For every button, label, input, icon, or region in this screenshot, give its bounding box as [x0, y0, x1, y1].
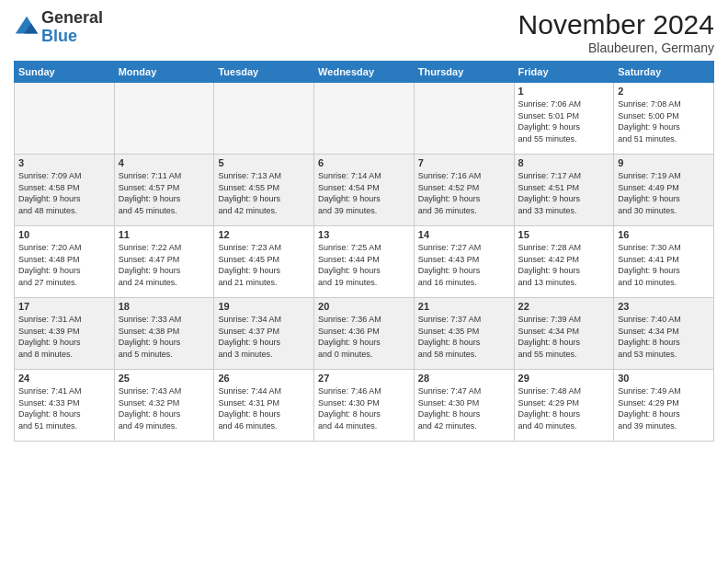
logo-icon [14, 15, 40, 40]
day-number: 3 [18, 157, 110, 168]
calendar-cell: 8Sunrise: 7:17 AM Sunset: 4:51 PM Daylig… [514, 155, 614, 226]
calendar-table: Sunday Monday Tuesday Wednesday Thursday… [14, 61, 714, 442]
logo-general: General [41, 9, 103, 28]
day-number: 14 [418, 229, 510, 240]
day-number: 27 [318, 373, 410, 384]
calendar-cell: 19Sunrise: 7:34 AM Sunset: 4:37 PM Dayli… [214, 298, 314, 370]
day-detail: Sunrise: 7:16 AM Sunset: 4:52 PM Dayligh… [418, 170, 510, 216]
calendar-cell: 1Sunrise: 7:06 AM Sunset: 5:01 PM Daylig… [514, 83, 614, 155]
calendar-cell: 29Sunrise: 7:48 AM Sunset: 4:29 PM Dayli… [514, 370, 614, 442]
calendar-cell: 10Sunrise: 7:20 AM Sunset: 4:48 PM Dayli… [15, 226, 115, 298]
main-container: General Blue November 2024 Blaubeuren, G… [0, 0, 728, 451]
header-tuesday: Tuesday [214, 62, 314, 83]
calendar-cell [114, 83, 214, 155]
day-number: 23 [618, 301, 710, 312]
calendar-cell: 22Sunrise: 7:39 AM Sunset: 4:34 PM Dayli… [514, 298, 614, 370]
calendar-cell [15, 83, 115, 155]
day-number: 1 [518, 86, 610, 97]
day-number: 25 [119, 373, 210, 384]
calendar-cell: 24Sunrise: 7:41 AM Sunset: 4:33 PM Dayli… [15, 370, 115, 442]
day-number: 20 [318, 301, 410, 312]
calendar-cell: 11Sunrise: 7:22 AM Sunset: 4:47 PM Dayli… [114, 226, 214, 298]
day-number: 2 [618, 86, 710, 97]
day-detail: Sunrise: 7:25 AM Sunset: 4:44 PM Dayligh… [318, 242, 410, 288]
calendar-cell [314, 83, 415, 155]
day-number: 10 [18, 229, 110, 240]
calendar-week-4: 17Sunrise: 7:31 AM Sunset: 4:39 PM Dayli… [15, 298, 714, 370]
day-detail: Sunrise: 7:31 AM Sunset: 4:39 PM Dayligh… [18, 314, 110, 360]
day-detail: Sunrise: 7:09 AM Sunset: 4:58 PM Dayligh… [18, 170, 110, 216]
day-number: 12 [218, 229, 310, 240]
calendar-week-5: 24Sunrise: 7:41 AM Sunset: 4:33 PM Dayli… [15, 370, 714, 442]
day-number: 9 [618, 157, 710, 168]
day-number: 11 [119, 229, 210, 240]
calendar-cell: 21Sunrise: 7:37 AM Sunset: 4:35 PM Dayli… [414, 298, 514, 370]
day-detail: Sunrise: 7:33 AM Sunset: 4:38 PM Dayligh… [119, 314, 210, 360]
day-number: 4 [119, 157, 210, 168]
calendar-cell: 6Sunrise: 7:14 AM Sunset: 4:54 PM Daylig… [314, 155, 415, 226]
calendar-week-2: 3Sunrise: 7:09 AM Sunset: 4:58 PM Daylig… [15, 155, 714, 226]
logo-blue: Blue [41, 28, 103, 46]
day-number: 8 [518, 157, 610, 168]
calendar-cell: 18Sunrise: 7:33 AM Sunset: 4:38 PM Dayli… [114, 298, 214, 370]
calendar-cell: 23Sunrise: 7:40 AM Sunset: 4:34 PM Dayli… [614, 298, 714, 370]
header-thursday: Thursday [414, 62, 514, 83]
day-detail: Sunrise: 7:46 AM Sunset: 4:30 PM Dayligh… [318, 385, 410, 431]
day-detail: Sunrise: 7:36 AM Sunset: 4:36 PM Dayligh… [318, 314, 410, 360]
calendar-cell: 17Sunrise: 7:31 AM Sunset: 4:39 PM Dayli… [15, 298, 115, 370]
calendar-cell: 15Sunrise: 7:28 AM Sunset: 4:42 PM Dayli… [514, 226, 614, 298]
day-detail: Sunrise: 7:28 AM Sunset: 4:42 PM Dayligh… [518, 242, 610, 288]
day-detail: Sunrise: 7:44 AM Sunset: 4:31 PM Dayligh… [218, 385, 310, 431]
calendar-cell: 20Sunrise: 7:36 AM Sunset: 4:36 PM Dayli… [314, 298, 415, 370]
day-number: 17 [18, 301, 110, 312]
logo: General Blue [14, 9, 103, 46]
day-detail: Sunrise: 7:27 AM Sunset: 4:43 PM Dayligh… [418, 242, 510, 288]
day-number: 5 [218, 157, 310, 168]
day-detail: Sunrise: 7:06 AM Sunset: 5:01 PM Dayligh… [518, 98, 610, 144]
calendar-cell [414, 83, 514, 155]
day-number: 29 [518, 373, 610, 384]
day-detail: Sunrise: 7:14 AM Sunset: 4:54 PM Dayligh… [318, 170, 410, 216]
calendar-cell: 7Sunrise: 7:16 AM Sunset: 4:52 PM Daylig… [414, 155, 514, 226]
day-detail: Sunrise: 7:40 AM Sunset: 4:34 PM Dayligh… [618, 314, 710, 360]
header-row: Sunday Monday Tuesday Wednesday Thursday… [15, 62, 714, 83]
day-detail: Sunrise: 7:48 AM Sunset: 4:29 PM Dayligh… [518, 385, 610, 431]
calendar-cell: 4Sunrise: 7:11 AM Sunset: 4:57 PM Daylig… [114, 155, 214, 226]
day-detail: Sunrise: 7:22 AM Sunset: 4:47 PM Dayligh… [119, 242, 210, 288]
calendar-cell: 12Sunrise: 7:23 AM Sunset: 4:45 PM Dayli… [214, 226, 314, 298]
day-detail: Sunrise: 7:13 AM Sunset: 4:55 PM Dayligh… [218, 170, 310, 216]
calendar-cell: 14Sunrise: 7:27 AM Sunset: 4:43 PM Dayli… [414, 226, 514, 298]
calendar-cell: 9Sunrise: 7:19 AM Sunset: 4:49 PM Daylig… [614, 155, 714, 226]
day-detail: Sunrise: 7:20 AM Sunset: 4:48 PM Dayligh… [18, 242, 110, 288]
header-monday: Monday [114, 62, 214, 83]
day-number: 19 [218, 301, 310, 312]
calendar-cell: 16Sunrise: 7:30 AM Sunset: 4:41 PM Dayli… [614, 226, 714, 298]
calendar-cell: 5Sunrise: 7:13 AM Sunset: 4:55 PM Daylig… [214, 155, 314, 226]
header-wednesday: Wednesday [314, 62, 415, 83]
header-saturday: Saturday [614, 62, 714, 83]
day-number: 18 [119, 301, 210, 312]
calendar-week-1: 1Sunrise: 7:06 AM Sunset: 5:01 PM Daylig… [15, 83, 714, 155]
day-number: 21 [418, 301, 510, 312]
calendar-cell: 26Sunrise: 7:44 AM Sunset: 4:31 PM Dayli… [214, 370, 314, 442]
day-detail: Sunrise: 7:34 AM Sunset: 4:37 PM Dayligh… [218, 314, 310, 360]
calendar-cell: 27Sunrise: 7:46 AM Sunset: 4:30 PM Dayli… [314, 370, 415, 442]
calendar-cell [214, 83, 314, 155]
day-detail: Sunrise: 7:17 AM Sunset: 4:51 PM Dayligh… [518, 170, 610, 216]
day-detail: Sunrise: 7:49 AM Sunset: 4:29 PM Dayligh… [618, 385, 710, 431]
day-number: 22 [518, 301, 610, 312]
day-detail: Sunrise: 7:41 AM Sunset: 4:33 PM Dayligh… [18, 385, 110, 431]
day-number: 16 [618, 229, 710, 240]
day-detail: Sunrise: 7:47 AM Sunset: 4:30 PM Dayligh… [418, 385, 510, 431]
day-number: 26 [218, 373, 310, 384]
day-detail: Sunrise: 7:39 AM Sunset: 4:34 PM Dayligh… [518, 314, 610, 360]
month-title: November 2024 [518, 9, 714, 40]
day-number: 7 [418, 157, 510, 168]
day-number: 15 [518, 229, 610, 240]
day-number: 24 [18, 373, 110, 384]
day-number: 13 [318, 229, 410, 240]
day-detail: Sunrise: 7:43 AM Sunset: 4:32 PM Dayligh… [119, 385, 210, 431]
calendar-cell: 2Sunrise: 7:08 AM Sunset: 5:00 PM Daylig… [614, 83, 714, 155]
calendar-cell: 13Sunrise: 7:25 AM Sunset: 4:44 PM Dayli… [314, 226, 415, 298]
day-detail: Sunrise: 7:19 AM Sunset: 4:49 PM Dayligh… [618, 170, 710, 216]
